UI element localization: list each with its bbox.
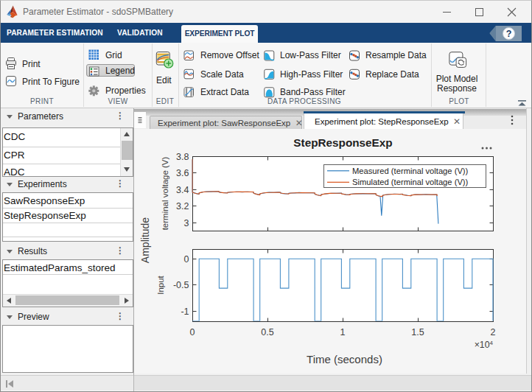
svg-text:Simulated (terminal voltage (V: Simulated (terminal voltage (V)) [352, 178, 469, 186]
svg-text:3.6: 3.6 [176, 168, 189, 178]
svg-text:Amplitude: Amplitude [139, 217, 151, 263]
svg-text:terminal voltage (V): terminal voltage (V) [161, 156, 169, 230]
svg-text:0: 0 [190, 327, 195, 337]
svg-text:1.5: 1.5 [411, 327, 424, 337]
svg-text:Time (seconds): Time (seconds) [307, 353, 382, 365]
svg-text:3.8: 3.8 [176, 152, 189, 162]
svg-text:Input: Input [156, 275, 165, 294]
svg-text:0.5: 0.5 [261, 327, 273, 337]
svg-text:3.2: 3.2 [176, 201, 189, 211]
svg-text:3: 3 [184, 218, 189, 228]
svg-text:2: 2 [491, 327, 496, 337]
svg-text:3.4: 3.4 [176, 185, 189, 195]
svg-text:0: 0 [184, 254, 189, 265]
svg-text:-0.5: -0.5 [173, 280, 189, 290]
svg-text:×104: ×104 [475, 340, 494, 350]
svg-text:?: ? [506, 29, 512, 39]
svg-text:-1: -1 [181, 307, 189, 317]
svg-text:Measured (terminal voltage (V): Measured (terminal voltage (V)) [352, 167, 469, 175]
svg-text:1: 1 [340, 327, 346, 337]
svg-text:StepResponseExp: StepResponseExp [293, 136, 392, 149]
